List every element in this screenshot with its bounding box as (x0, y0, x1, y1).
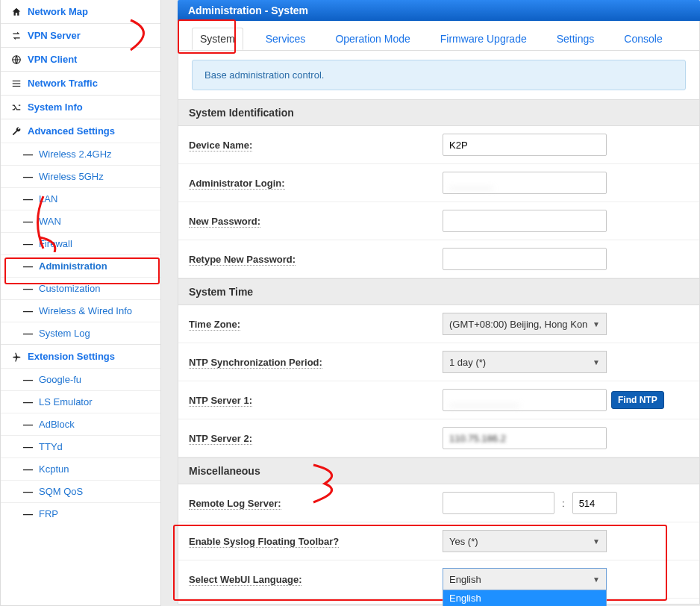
device-name-input[interactable] (443, 134, 607, 156)
sidebar-sub-label: Wireless 2.4GHz (39, 149, 112, 160)
tab-settings[interactable]: Settings (549, 28, 602, 49)
sidebar-sub-sqm-qos[interactable]: —SQM QoS (1, 480, 160, 502)
sidebar-item-system-info[interactable]: System Info (1, 95, 160, 119)
sidebar-item-label: System Info (28, 101, 83, 113)
svg-rect-1 (13, 80, 21, 81)
row-admin-login: Administrator Login: ________ (178, 164, 699, 202)
admin-login-label: Administrator Login: (189, 178, 443, 189)
syslog-toolbar-select[interactable]: Yes (*) ▼ (443, 530, 607, 552)
sidebar-sub-ls-emulator[interactable]: —LS Emulator (1, 390, 160, 413)
sidebar: Network Map VPN Server VPN Client Networ… (0, 0, 161, 606)
retype-password-label: Retype New Password: (189, 254, 443, 265)
sidebar-sub-label: LAN (39, 193, 57, 204)
sidebar-sub-wireless-24[interactable]: —Wireless 2.4GHz (1, 143, 160, 165)
ntp1-label: NTP Server 1: (189, 395, 443, 406)
syslog-toolbar-label: Enable Syslog Floating Toolbar? (189, 536, 443, 547)
sidebar-sub-google-fu[interactable]: —Google-fu (1, 368, 160, 390)
sidebar-sub-firewall[interactable]: —Firewall (1, 232, 160, 254)
timezone-label: Time Zone: (189, 319, 443, 330)
timezone-select[interactable]: (GMT+08:00) Beijing, Hong Kon ▼ (443, 313, 607, 335)
new-password-label: New Password: (189, 216, 443, 227)
ntp-period-select[interactable]: 1 day (*) ▼ (443, 351, 607, 373)
home-icon (10, 7, 23, 17)
tab-system[interactable]: System (192, 28, 243, 50)
wrench-icon (10, 126, 23, 137)
row-device-name: Device Name: (178, 126, 699, 164)
row-syslog-toolbar: Enable Syslog Floating Toolbar? Yes (*) … (178, 522, 699, 560)
globe-icon (10, 54, 23, 65)
row-timezone: Time Zone: (GMT+08:00) Beijing, Hong Kon… (178, 305, 699, 343)
language-value: English (449, 574, 481, 585)
sidebar-sub-kcptun[interactable]: —Kcptun (1, 457, 160, 480)
sidebar-sub-label: FRP (39, 508, 58, 519)
sidebar-sub-label: Wireless 5GHz (39, 171, 104, 182)
ntp-period-label: NTP Synchronization Period: (189, 357, 443, 368)
sidebar-sub-system-log[interactable]: —System Log (1, 322, 160, 344)
chevron-down-icon: ▼ (593, 358, 600, 366)
sidebar-sub-label: SQM QoS (39, 486, 83, 497)
device-name-label: Device Name: (189, 140, 443, 151)
sidebar-sub-administration[interactable]: —Administration (1, 254, 160, 277)
chevron-down-icon: ▼ (593, 320, 600, 328)
tab-operation-mode[interactable]: Operation Mode (328, 28, 417, 49)
tab-services[interactable]: Services (258, 28, 313, 49)
tab-console[interactable]: Console (616, 28, 669, 49)
colon-separator: : (559, 498, 568, 509)
find-ntp-button[interactable]: Find NTP (611, 391, 664, 409)
sidebar-sub-wireless-wired-info[interactable]: —Wireless & Wired Info (1, 299, 160, 322)
tab-firmware-upgrade[interactable]: Firmware Upgrade (433, 28, 534, 49)
retype-password-input[interactable] (443, 248, 607, 270)
sidebar-sub-wan[interactable]: —WAN (1, 210, 160, 232)
sidebar-item-advanced-settings[interactable]: Advanced Settings (1, 119, 160, 143)
ntp2-value: 110.75.186.2 (449, 433, 506, 444)
row-ntp-period: NTP Synchronization Period: 1 day (*) ▼ (178, 343, 699, 381)
remote-log-port-input[interactable] (572, 492, 617, 514)
ntp1-value: _____________ (449, 395, 519, 406)
sidebar-sub-label: AdBlock (39, 419, 75, 430)
sidebar-sub-label: Firewall (39, 238, 72, 249)
sidebar-item-vpn-server[interactable]: VPN Server (1, 23, 160, 47)
section-system-time: System Time (178, 278, 699, 305)
sidebar-sub-label: WAN (39, 216, 61, 227)
svg-rect-3 (13, 85, 21, 86)
plane-icon (10, 352, 23, 362)
sidebar-sub-label: Wireless & Wired Info (39, 305, 132, 316)
chevron-down-icon: ▼ (593, 537, 600, 546)
sidebar-item-label: Network Traffic (28, 78, 98, 89)
sidebar-sub-adblock[interactable]: —AdBlock (1, 413, 160, 435)
remote-log-label: Remote Log Server: (189, 498, 443, 509)
language-option-english[interactable]: English (443, 590, 606, 606)
sidebar-sub-label: System Log (39, 328, 90, 339)
sidebar-sub-label: Customization (39, 283, 100, 294)
timezone-value: (GMT+08:00) Beijing, Hong Kon (449, 319, 587, 330)
remote-log-host-input[interactable] (443, 492, 554, 514)
syslog-toolbar-value: Yes (*) (449, 536, 478, 547)
sidebar-sub-customization[interactable]: —Customization (1, 277, 160, 299)
new-password-input[interactable] (443, 210, 607, 232)
sidebar-item-label: Network Map (28, 6, 88, 17)
page-root: Network Map VPN Server VPN Client Networ… (0, 0, 700, 606)
section-miscellaneous: Miscellaneous (178, 457, 699, 484)
sidebar-sub-label: Google-fu (39, 374, 81, 385)
shuffle-icon (10, 102, 23, 113)
swap-icon (10, 31, 23, 41)
chevron-down-icon: ▼ (593, 575, 600, 584)
row-new-password: New Password: (178, 202, 699, 240)
row-remote-log: Remote Log Server: : (178, 484, 699, 522)
sidebar-item-vpn-client[interactable]: VPN Client (1, 47, 160, 71)
language-select[interactable]: English ▼ English 简体中文 (443, 568, 607, 590)
sidebar-item-network-map[interactable]: Network Map (1, 0, 160, 23)
language-label: Select WebUI Language: (189, 574, 443, 585)
admin-login-value: ________ (449, 178, 493, 189)
content-area: Administration - System System Services … (178, 0, 700, 606)
sidebar-item-network-traffic[interactable]: Network Traffic (1, 71, 160, 95)
tab-bar: System Services Operation Mode Firmware … (178, 21, 699, 51)
row-context-help: Enable Context Help? (178, 599, 699, 606)
sidebar-sub-frp[interactable]: —FRP (1, 502, 160, 525)
sidebar-item-label: Extension Settings (28, 351, 115, 362)
sidebar-sub-lan[interactable]: —LAN (1, 187, 160, 210)
sidebar-sub-wireless-5[interactable]: —Wireless 5GHz (1, 165, 160, 187)
section-system-identification: System Identification (178, 99, 699, 126)
sidebar-item-extension-settings[interactable]: Extension Settings (1, 344, 160, 368)
sidebar-sub-ttyd[interactable]: —TTYd (1, 435, 160, 457)
